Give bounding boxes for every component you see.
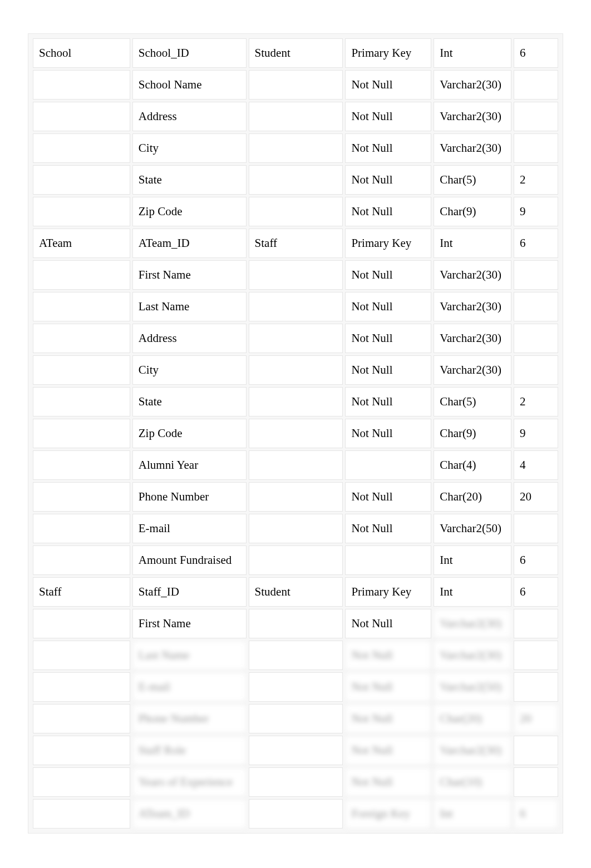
table-cell: Varchar2(50) <box>434 514 511 543</box>
table-cell: Varchar2(30) <box>434 102 511 131</box>
table-cell <box>249 133 343 163</box>
table-cell: Last Name <box>132 641 247 670</box>
table-row: Amount FundraisedInt6 <box>33 545 558 575</box>
table-row: Alumni YearChar(4)4 <box>33 450 558 480</box>
table-cell <box>33 355 130 385</box>
table-cell <box>345 545 431 575</box>
table-cell: Varchar2(30) <box>434 133 511 163</box>
table-cell: Not Null <box>345 324 431 353</box>
table-cell <box>33 736 130 765</box>
table-cell <box>514 609 558 638</box>
table-row: Last NameNot NullVarchar2(30) <box>33 292 558 321</box>
table-cell: ATeam_ID <box>132 799 247 829</box>
table-cell: Char(5) <box>434 165 511 195</box>
table-cell <box>33 197 130 226</box>
table-cell <box>345 450 431 480</box>
table-cell: Not Null <box>345 672 431 702</box>
table-cell: Primary Key <box>345 38 431 68</box>
table-cell <box>249 514 343 543</box>
table-row: ATeamATeam_IDStaffPrimary KeyInt6 <box>33 229 558 258</box>
table-row: First NameNot NullVarchar2(30) <box>33 609 558 638</box>
table-cell: Address <box>132 102 247 131</box>
table-cell: Alumni Year <box>132 450 247 480</box>
table-cell: 4 <box>514 450 558 480</box>
table-cell: Not Null <box>345 260 431 290</box>
table-cell: Varchar2(30) <box>434 292 511 321</box>
table-cell <box>249 70 343 100</box>
table-row: Last NameNot NullVarchar2(30) <box>33 641 558 670</box>
table-cell: Int <box>434 229 511 258</box>
table-cell: E-mail <box>132 672 247 702</box>
table-cell <box>514 292 558 321</box>
table-cell: First Name <box>132 260 247 290</box>
table-cell: Varchar2(30) <box>434 355 511 385</box>
table-cell: Student <box>249 577 343 607</box>
table-cell: Varchar2(30) <box>434 260 511 290</box>
table-cell <box>514 641 558 670</box>
table-row: E-mailNot NullVarchar2(50) <box>33 672 558 702</box>
table-cell: 20 <box>514 482 558 512</box>
table-row: Zip CodeNot NullChar(9)9 <box>33 419 558 448</box>
table-row: Years of ExperienceNot NullChar(10) <box>33 767 558 797</box>
table-cell <box>33 102 130 131</box>
table-cell: State <box>132 165 247 195</box>
table-cell: Staff <box>249 229 343 258</box>
table-cell: Not Null <box>345 355 431 385</box>
table-cell: Not Null <box>345 292 431 321</box>
table-cell: ATeam_ID <box>132 229 247 258</box>
table-cell <box>33 450 130 480</box>
table-cell <box>514 736 558 765</box>
table-cell <box>249 641 343 670</box>
table-row: CityNot NullVarchar2(30) <box>33 133 558 163</box>
table-cell <box>33 387 130 416</box>
table-cell <box>33 324 130 353</box>
table-row: Phone NumberNot NullChar(20)20 <box>33 704 558 733</box>
table-cell: City <box>132 133 247 163</box>
table-cell <box>249 324 343 353</box>
schema-table-container: SchoolSchool_IDStudentPrimary KeyInt6Sch… <box>28 33 563 834</box>
table-cell: State <box>132 387 247 416</box>
table-cell <box>249 292 343 321</box>
table-row: E-mailNot NullVarchar2(50) <box>33 514 558 543</box>
table-cell <box>249 102 343 131</box>
table-cell: Int <box>434 577 511 607</box>
table-cell <box>249 609 343 638</box>
table-cell: Varchar2(30) <box>434 609 511 638</box>
table-cell: 9 <box>514 419 558 448</box>
table-cell: Int <box>434 545 511 575</box>
table-cell: Last Name <box>132 292 247 321</box>
table-cell: Not Null <box>345 70 431 100</box>
table-cell: E-mail <box>132 514 247 543</box>
table-cell: 6 <box>514 38 558 68</box>
table-cell: Staff_ID <box>132 577 247 607</box>
table-cell <box>514 102 558 131</box>
table-cell <box>249 355 343 385</box>
table-cell <box>33 767 130 797</box>
table-cell <box>33 641 130 670</box>
table-cell <box>33 70 130 100</box>
table-cell: Not Null <box>345 704 431 733</box>
table-cell: 6 <box>514 799 558 829</box>
table-cell <box>33 165 130 195</box>
table-cell <box>249 165 343 195</box>
table-row: Staff RoleNot NullVarchar2(30) <box>33 736 558 765</box>
table-cell <box>33 704 130 733</box>
table-cell: Not Null <box>345 133 431 163</box>
table-cell: Foreign Key <box>345 799 431 829</box>
table-cell <box>249 799 343 829</box>
table-cell: Char(10) <box>434 767 511 797</box>
table-cell <box>514 514 558 543</box>
table-cell: School_ID <box>132 38 247 68</box>
table-cell: Char(4) <box>434 450 511 480</box>
table-cell: Staff Role <box>132 736 247 765</box>
table-cell: Char(9) <box>434 197 511 226</box>
table-row: ATeam_IDForeign KeyInt6 <box>33 799 558 829</box>
table-cell: 6 <box>514 545 558 575</box>
table-cell <box>514 324 558 353</box>
table-cell <box>33 672 130 702</box>
table-cell: Years of Experience <box>132 767 247 797</box>
table-row: First NameNot NullVarchar2(30) <box>33 260 558 290</box>
table-cell: Not Null <box>345 165 431 195</box>
table-cell: Char(20) <box>434 704 511 733</box>
table-row: School NameNot NullVarchar2(30) <box>33 70 558 100</box>
